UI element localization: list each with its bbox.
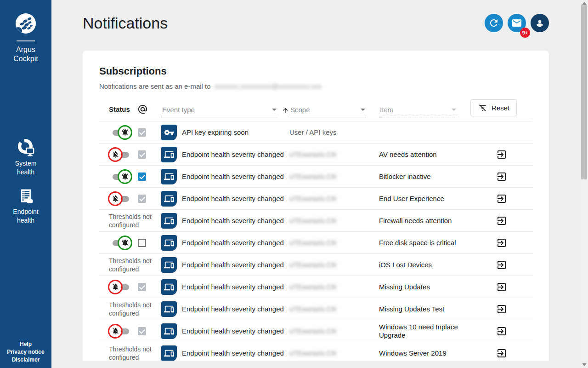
- scope-text: User / API keys: [289, 128, 337, 136]
- chevron-down-icon: [452, 109, 456, 111]
- subscription-row: Endpoint health severity changed xTExwra…: [99, 320, 532, 342]
- card-title: Subscriptions: [99, 65, 532, 77]
- notification-toggle[interactable]: [109, 125, 132, 140]
- row-item-cell: Firewall needs attention: [379, 217, 470, 225]
- open-item-button[interactable]: [495, 170, 508, 183]
- item-name: AV needs attention: [379, 150, 437, 158]
- row-actions-cell: [470, 236, 532, 249]
- refresh-button[interactable]: [485, 14, 503, 32]
- notification-toggle[interactable]: [109, 147, 132, 162]
- open-item-button[interactable]: [495, 236, 508, 249]
- subscription-checkbox[interactable]: [138, 172, 146, 181]
- row-event-cell: Endpoint health severity changed: [161, 301, 289, 317]
- event-name: API key expiring soon: [182, 128, 249, 136]
- thresholds-not-configured-label: Thresholds not configured: [109, 257, 155, 273]
- api-key-icon: [164, 127, 174, 138]
- redacted-scope: xTExwraxls.CR: [289, 239, 337, 247]
- sidebar-item-system-health[interactable]: System health: [0, 138, 51, 177]
- subscription-checkbox: [138, 128, 146, 137]
- chevron-down-icon: [272, 109, 277, 111]
- account-button[interactable]: [531, 14, 549, 32]
- event-type-icon-badge: [161, 169, 177, 184]
- open-item-button[interactable]: [495, 148, 508, 161]
- bell-off-icon: [112, 283, 119, 291]
- event-type-icon-badge: [161, 345, 177, 361]
- toggle-thumb: [108, 147, 123, 162]
- account-icon: [534, 17, 546, 29]
- toggle-thumb: [108, 280, 123, 294]
- privacy-notice-link[interactable]: Privacy notice: [0, 348, 51, 356]
- row-scope-cell: xTExwraxls.CR: [289, 349, 379, 357]
- scrollbar-thumb[interactable]: [581, 5, 587, 179]
- open-item-button[interactable]: [495, 259, 508, 271]
- item-filter-wrap: Item: [379, 103, 470, 117]
- event-type-icon-badge: [161, 125, 177, 140]
- email-line: Notifications are sent as an e-mail to x…: [99, 82, 532, 90]
- vertical-scrollbar[interactable]: [580, 0, 588, 368]
- thresholds-not-configured-label: Thresholds not configured: [109, 213, 155, 229]
- notifications-mail-button[interactable]: 9+: [508, 14, 526, 32]
- subscription-row: Thresholds not configured Endpoint healt…: [99, 342, 532, 361]
- reset-filters-button[interactable]: Reset: [470, 99, 517, 116]
- notification-toggle[interactable]: [109, 280, 132, 294]
- row-actions-cell: [470, 347, 532, 360]
- bell-active-icon: [121, 239, 129, 247]
- subscription-checkbox[interactable]: [138, 239, 146, 247]
- filter-row: Status Event type Scope Item: [99, 99, 532, 117]
- open-item-button[interactable]: [495, 281, 508, 293]
- scope-select[interactable]: Scope: [289, 103, 366, 117]
- bell-active-icon: [121, 128, 129, 136]
- app-name: Argus Cockpit: [0, 45, 51, 63]
- row-scope-cell: xTExwraxls.CR: [289, 217, 379, 224]
- open-item-button[interactable]: [495, 347, 508, 360]
- subscription-checkbox: [138, 195, 146, 203]
- open-item-button[interactable]: [495, 303, 508, 316]
- status-column-label: Status: [109, 105, 130, 113]
- redacted-scope: xTExwraxls.CR: [289, 150, 337, 158]
- item-select-disabled: Item: [379, 103, 457, 117]
- open-item-button[interactable]: [495, 214, 508, 227]
- toggle-thumb: [118, 169, 132, 184]
- toggle-thumb: [108, 191, 123, 206]
- help-link[interactable]: Help: [0, 340, 51, 348]
- event-name: Endpoint health severity changed: [182, 172, 284, 180]
- redacted-scope: xTExwraxls.CR: [289, 172, 337, 180]
- subscription-row: Endpoint health severity changed xTExwra…: [99, 276, 532, 298]
- event-type-icon-badge: [161, 147, 177, 162]
- redacted-scope: xTExwraxls.CR: [289, 327, 337, 335]
- event-name: Endpoint health severity changed: [182, 305, 284, 313]
- open-item-button[interactable]: [495, 325, 508, 338]
- row-event-cell: Endpoint health severity changed: [161, 323, 289, 339]
- disclaimer-link[interactable]: Disclaimer: [0, 356, 51, 364]
- scrollbar-down-arrow[interactable]: [582, 363, 587, 366]
- subscription-checkbox: [138, 283, 146, 291]
- row-status-cell: Thresholds not configured: [99, 345, 161, 361]
- row-status-cell: Thresholds not configured: [99, 213, 161, 229]
- event-type-select[interactable]: Event type: [161, 103, 277, 117]
- notification-toggle[interactable]: [109, 191, 132, 206]
- notification-toggle[interactable]: [109, 236, 132, 250]
- main-area: Notifications 9+ Subscriptions Notificat…: [51, 0, 580, 361]
- row-actions-cell: [470, 192, 532, 205]
- status-filter-header: Status: [99, 104, 161, 117]
- subscription-row: Endpoint health severity changed xTExwra…: [99, 232, 532, 254]
- row-item-cell: Missing Updates: [379, 283, 470, 291]
- row-event-cell: Endpoint health severity changed: [161, 213, 289, 229]
- row-event-cell: Endpoint health severity changed: [161, 257, 289, 273]
- open-item-button[interactable]: [495, 192, 508, 205]
- sort-ascending-icon[interactable]: [282, 107, 289, 114]
- row-status-cell: [99, 147, 161, 162]
- row-actions-cell: [470, 170, 532, 183]
- redacted-scope: xTExwraxls.CR: [289, 261, 337, 269]
- devices-icon: [164, 304, 174, 314]
- subscription-row: Thresholds not configured Endpoint healt…: [99, 298, 532, 320]
- subscription-checkbox: [138, 150, 146, 159]
- subscriptions-table: API key expiring soon User / API keys: [99, 121, 532, 361]
- sidebar-item-endpoint-health[interactable]: Endpoint health: [0, 187, 51, 225]
- subscriptions-card: Subscriptions Notifications are sent as …: [83, 51, 549, 361]
- row-scope-cell: xTExwraxls.CR: [289, 195, 379, 202]
- event-name: Endpoint health severity changed: [182, 195, 284, 202]
- notification-toggle[interactable]: [109, 324, 132, 339]
- notification-toggle[interactable]: [109, 169, 132, 184]
- row-status-cell: [99, 280, 161, 294]
